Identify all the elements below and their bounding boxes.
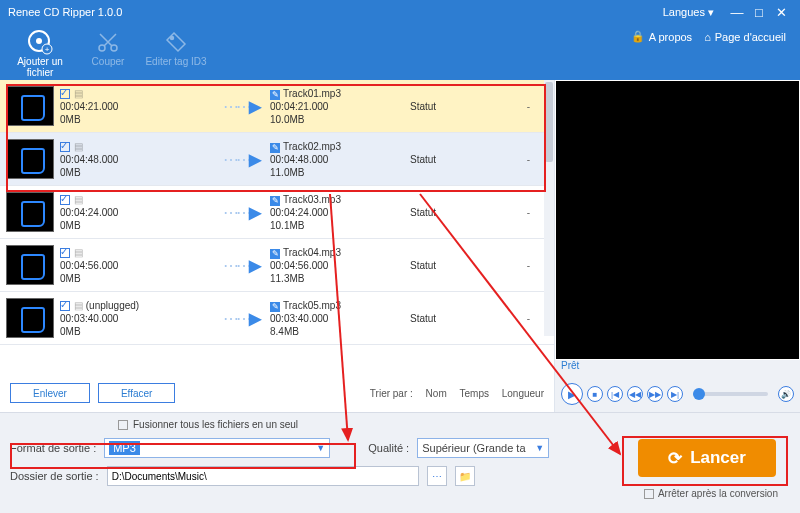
preview-viewport: [556, 81, 799, 359]
add-file-button[interactable]: + Ajouter un fichier: [6, 24, 74, 78]
svg-point-6: [171, 37, 174, 40]
maximize-button[interactable]: □: [748, 5, 770, 20]
track-status: Statut-: [410, 101, 538, 112]
sort-bar: Trier par : Nom Temps Longueur: [360, 388, 544, 399]
volume-button[interactable]: 🔊: [778, 386, 794, 402]
track-source-meta: ▤ (unplugged)00:03:40.0000MB: [60, 299, 210, 338]
quality-label: Qualité :: [368, 442, 409, 454]
cut-button[interactable]: Couper: [74, 24, 142, 67]
merge-checkbox-row[interactable]: Fusionner tous les fichiers en un seul: [118, 419, 790, 430]
scrollbar[interactable]: [544, 80, 554, 336]
track-thumbnail: [6, 86, 54, 126]
about-link[interactable]: 🔒A propos: [631, 30, 692, 43]
arrow-icon: ⋯⋯▶: [210, 309, 270, 328]
language-menu[interactable]: Langues ▾: [663, 6, 714, 19]
minimize-button[interactable]: —: [726, 5, 748, 20]
seek-bar[interactable]: [693, 392, 768, 396]
track-out-duration: 00:03:40.000: [270, 312, 410, 325]
track-source-meta: ▤ 00:04:56.0000MB: [60, 246, 210, 285]
track-list: ▤ 00:04:21.0000MB⋯⋯▶✎Track01.mp300:04:21…: [0, 80, 554, 374]
toolbar: + Ajouter un fichier Couper Editer tag I…: [0, 24, 800, 80]
track-row[interactable]: ▤ 00:04:48.0000MB⋯⋯▶✎Track02.mp300:04:48…: [0, 133, 554, 186]
track-row[interactable]: ▤ 00:04:24.0000MB⋯⋯▶✎Track03.mp300:04:24…: [0, 186, 554, 239]
next-button[interactable]: ▶|: [667, 386, 683, 402]
edit-icon[interactable]: ✎: [270, 249, 280, 259]
track-out-size: 10.0MB: [270, 113, 410, 126]
file-icon: ▤: [74, 141, 83, 152]
track-output-meta: ✎Track04.mp300:04:56.00011.3MB: [270, 246, 410, 285]
player-controls: ▶ ■ |◀ ◀◀ ▶▶ ▶| 🔊: [555, 376, 800, 412]
edit-icon[interactable]: ✎: [270, 302, 280, 312]
track-status: Statut-: [410, 313, 538, 324]
stop-after-row[interactable]: Arrêter après la conversion: [644, 488, 778, 499]
track-out-size: 8.4MB: [270, 325, 410, 338]
track-output-meta: ✎Track05.mp300:03:40.0008.4MB: [270, 299, 410, 338]
track-out-size: 11.3MB: [270, 272, 410, 285]
track-checkbox[interactable]: [60, 248, 70, 258]
svg-text:+: +: [45, 45, 50, 54]
home-link[interactable]: ⌂Page d'accueil: [704, 31, 786, 43]
edit-tag-button[interactable]: Editer tag ID3: [142, 24, 210, 67]
scrollbar-thumb[interactable]: [545, 82, 553, 162]
track-checkbox[interactable]: [60, 195, 70, 205]
track-out-duration: 00:04:56.000: [270, 259, 410, 272]
close-button[interactable]: ✕: [770, 5, 792, 20]
track-status: Statut-: [410, 260, 538, 271]
track-in-size: 0MB: [60, 272, 210, 285]
track-in-size: 0MB: [60, 113, 210, 126]
track-checkbox[interactable]: [60, 142, 70, 152]
launch-button[interactable]: ⟳ Lancer: [638, 439, 776, 477]
sort-name[interactable]: Nom: [426, 388, 447, 399]
track-out-duration: 00:04:21.000: [270, 100, 410, 113]
track-extra: (unplugged): [86, 300, 139, 311]
format-select[interactable]: MP3▼: [104, 438, 330, 458]
track-row[interactable]: ▤ 00:04:56.0000MB⋯⋯▶✎Track04.mp300:04:56…: [0, 239, 554, 292]
clear-button[interactable]: Effacer: [98, 383, 176, 403]
arrow-icon: ⋯⋯▶: [210, 97, 270, 116]
track-checkbox[interactable]: [60, 89, 70, 99]
seek-handle[interactable]: [693, 388, 705, 400]
format-label: Format de sortie :: [10, 442, 96, 454]
track-output-meta: ✎Track01.mp300:04:21.00010.0MB: [270, 87, 410, 126]
preview-status: Prêt: [555, 360, 800, 376]
track-row[interactable]: ▤ (unplugged)00:03:40.0000MB⋯⋯▶✎Track05.…: [0, 292, 554, 345]
forward-button[interactable]: ▶▶: [647, 386, 663, 402]
arrow-icon: ⋯⋯▶: [210, 256, 270, 275]
sort-time[interactable]: Temps: [460, 388, 489, 399]
preview-pane: Prêt ▶ ■ |◀ ◀◀ ▶▶ ▶| 🔊: [555, 80, 800, 412]
merge-checkbox[interactable]: [118, 420, 128, 430]
track-source-meta: ▤ 00:04:24.0000MB: [60, 193, 210, 232]
stop-after-checkbox[interactable]: [644, 489, 654, 499]
track-thumbnail: [6, 298, 54, 338]
scissors-icon: [74, 28, 142, 56]
titlebar: Renee CD Ripper 1.0.0 Langues ▾ — □ ✕: [0, 0, 800, 24]
output-folder-input[interactable]: [107, 466, 419, 486]
file-icon: ▤: [74, 194, 83, 205]
track-checkbox[interactable]: [60, 301, 70, 311]
track-row[interactable]: ▤ 00:04:21.0000MB⋯⋯▶✎Track01.mp300:04:21…: [0, 80, 554, 133]
sort-length[interactable]: Longueur: [502, 388, 544, 399]
track-duration: 00:04:21.000: [60, 100, 210, 113]
open-folder-button[interactable]: 📁: [455, 466, 475, 486]
track-duration: 00:04:24.000: [60, 206, 210, 219]
edit-icon[interactable]: ✎: [270, 90, 280, 100]
quality-select[interactable]: Supérieur (Grande ta▼: [417, 438, 549, 458]
remove-button[interactable]: Enlever: [10, 383, 90, 403]
track-in-size: 0MB: [60, 325, 210, 338]
lock-icon: 🔒: [631, 30, 645, 43]
track-status: Statut-: [410, 207, 538, 218]
edit-icon[interactable]: ✎: [270, 196, 280, 206]
list-footer: Enlever Effacer Trier par : Nom Temps Lo…: [0, 374, 554, 412]
prev-button[interactable]: |◀: [607, 386, 623, 402]
play-button[interactable]: ▶: [561, 383, 583, 405]
stop-button[interactable]: ■: [587, 386, 603, 402]
browse-button[interactable]: ⋯: [427, 466, 447, 486]
edit-icon[interactable]: ✎: [270, 143, 280, 153]
chevron-down-icon: ▼: [316, 443, 325, 453]
track-thumbnail: [6, 245, 54, 285]
track-out-name: Track04.mp3: [283, 247, 341, 258]
rewind-button[interactable]: ◀◀: [627, 386, 643, 402]
file-icon: ▤: [74, 300, 83, 311]
track-out-name: Track03.mp3: [283, 194, 341, 205]
app-title: Renee CD Ripper 1.0.0: [8, 6, 663, 18]
